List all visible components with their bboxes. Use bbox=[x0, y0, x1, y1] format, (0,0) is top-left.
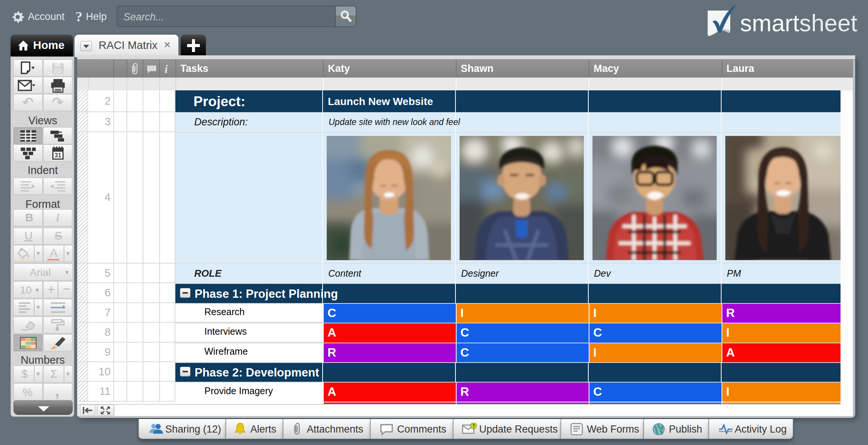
svg-text:31: 31 bbox=[55, 152, 61, 158]
